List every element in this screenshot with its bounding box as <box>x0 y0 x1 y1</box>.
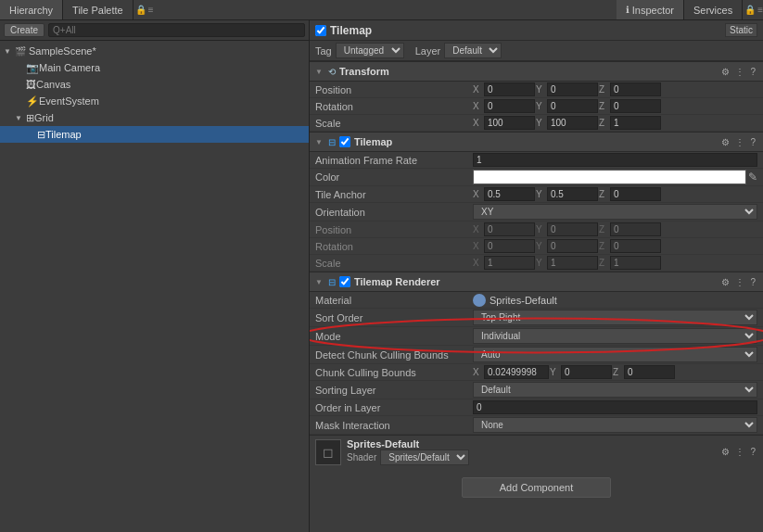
scale-x-input[interactable] <box>484 116 535 130</box>
scene-name: SampleScene* <box>29 45 96 57</box>
tree-item-canvas[interactable]: 🖼 Canvas <box>0 76 309 93</box>
tscale-x-label: X <box>473 258 482 268</box>
chunk-y-label: Y <box>550 367 559 377</box>
trot-y-label: Y <box>536 241 545 251</box>
tscale-y-input[interactable] <box>547 256 598 270</box>
services-tab-label: Services <box>693 5 732 16</box>
rot-x-input[interactable] <box>484 99 535 113</box>
anim-frame-rate-input[interactable] <box>473 153 757 167</box>
tscale-z-label: Z <box>599 258 608 268</box>
tscale-z-input[interactable] <box>610 256 661 270</box>
orientation-select[interactable]: XY <box>473 204 757 220</box>
mask-interaction-select[interactable]: None <box>473 417 757 433</box>
anchor-z-input[interactable] <box>610 187 661 201</box>
tilemap-pos-label: Position <box>315 224 473 235</box>
tree-item-grid[interactable]: ▼ ⊞ Grid <box>0 109 309 126</box>
rot-z-label: Z <box>599 101 608 111</box>
layer-select[interactable]: Default <box>444 43 502 58</box>
search-input[interactable] <box>48 23 305 37</box>
tpos-z-input[interactable] <box>610 222 661 236</box>
sprite-name: Sprites-Default <box>347 438 714 450</box>
chunk-y-input[interactable] <box>561 365 612 379</box>
anchor-x-input[interactable] <box>484 187 535 201</box>
tree-item-main-camera[interactable]: 📷 Main Camera <box>0 59 309 76</box>
tilemap-help-icon[interactable]: ? <box>748 137 757 147</box>
tab-tile-palette[interactable]: Tile Palette <box>63 0 134 19</box>
transform-overflow-icon[interactable]: ⋮ <box>733 67 746 77</box>
tpos-z-label: Z <box>599 224 608 234</box>
sorting-layer-select[interactable]: Default <box>473 382 757 398</box>
transform-settings-icon[interactable]: ⚙ <box>719 67 731 77</box>
add-component-button[interactable]: Add Component <box>462 477 612 498</box>
sort-order-label: Sort Order <box>315 312 473 323</box>
tree-item-tilemap[interactable]: ⊟ Tilemap <box>0 126 309 143</box>
canvas-icon: 🖼 <box>26 79 36 90</box>
sprites-help-icon[interactable]: ? <box>748 447 757 457</box>
order-in-layer-input[interactable] <box>473 400 757 414</box>
tilemap-position-row: Position X Y Z <box>310 222 763 238</box>
tilemap-settings-icon[interactable]: ⚙ <box>719 137 731 147</box>
scale-z-input[interactable] <box>610 116 661 130</box>
pos-z-input[interactable] <box>610 82 661 96</box>
tab-hierarchy[interactable]: Hierarchy <box>0 0 63 19</box>
renderer-arrow[interactable]: ▼ <box>315 278 323 286</box>
anchor-y-input[interactable] <box>547 187 598 201</box>
transform-rotation-row: Rotation X Y Z <box>310 98 763 115</box>
renderer-overflow-icon[interactable]: ⋮ <box>733 277 746 287</box>
tree-item-eventsystem[interactable]: ⚡ EventSystem <box>0 93 309 109</box>
renderer-enable-checkbox[interactable] <box>339 276 350 287</box>
chunk-culling-row: Chunk Culling Bounds X Y Z <box>310 364 763 381</box>
anim-frame-rate-label: Animation Frame Rate <box>315 155 473 166</box>
tilemap-enable-checkbox[interactable] <box>339 136 350 147</box>
scale-x-label: X <box>473 118 482 128</box>
pos-x-input[interactable] <box>484 82 535 96</box>
sprites-default-section: ◻ Sprites-Default Shader Sprites/Default… <box>310 435 763 468</box>
shader-select[interactable]: Sprites/Default <box>380 450 469 465</box>
tile-anchor-label: Tile Anchor <box>315 189 473 200</box>
mode-select[interactable]: Individual <box>473 328 757 344</box>
rot-z-input[interactable] <box>610 99 661 113</box>
tag-select[interactable]: Untagged <box>336 43 404 58</box>
trot-y-input[interactable] <box>547 239 598 253</box>
tilemap-overflow-icon[interactable]: ⋮ <box>733 137 746 147</box>
tilemap-scale-row: Scale X Y Z <box>310 255 763 272</box>
pos-z-label: Z <box>599 84 608 95</box>
tilemap-arrow[interactable]: ▼ <box>315 138 323 146</box>
tilemap-comp-icon: ⊟ <box>328 137 336 147</box>
tilemap-icon: ⊟ <box>37 129 45 141</box>
trot-z-input[interactable] <box>610 239 661 253</box>
sprites-overflow-icon[interactable]: ⋮ <box>733 447 746 457</box>
renderer-title: Tilemap Renderer <box>354 276 717 287</box>
tilemap-rot-label: Rotation <box>315 241 473 252</box>
sprites-settings-icon[interactable]: ⚙ <box>719 447 731 457</box>
sort-order-select[interactable]: Top Right <box>473 310 757 325</box>
tab-services[interactable]: Services <box>684 0 743 19</box>
scale-y-input[interactable] <box>547 116 598 130</box>
trot-x-input[interactable] <box>484 239 535 253</box>
rot-y-input[interactable] <box>547 99 598 113</box>
renderer-settings-icon[interactable]: ⚙ <box>719 277 731 287</box>
create-button[interactable]: Create <box>4 23 45 37</box>
tpos-x-input[interactable] <box>484 222 535 236</box>
renderer-help-icon[interactable]: ? <box>748 277 757 287</box>
chunk-x-input[interactable] <box>484 365 549 379</box>
chunk-z-input[interactable] <box>624 365 675 379</box>
color-picker-icon[interactable]: ✎ <box>748 171 757 184</box>
scale-z-label: Z <box>599 118 608 128</box>
static-button[interactable]: Static <box>725 23 757 37</box>
color-swatch[interactable] <box>473 170 746 184</box>
transform-help-icon[interactable]: ? <box>748 67 757 77</box>
tag-label: Tag <box>315 45 332 57</box>
transform-arrow[interactable]: ▼ <box>315 68 323 76</box>
detect-chunk-select[interactable]: Auto <box>473 347 757 362</box>
main-camera-label: Main Camera <box>39 62 100 73</box>
trot-x-label: X <box>473 241 482 251</box>
tpos-y-input[interactable] <box>547 222 598 236</box>
eventsystem-label: EventSystem <box>39 95 99 107</box>
object-active-checkbox[interactable] <box>315 25 326 36</box>
scene-root[interactable]: ▼ 🎬 SampleScene* <box>0 43 309 59</box>
pos-y-input[interactable] <box>547 82 598 96</box>
tab-inspector[interactable]: ℹ Inspector <box>617 0 684 19</box>
color-label: Color <box>315 171 473 183</box>
tscale-x-input[interactable] <box>484 256 535 270</box>
